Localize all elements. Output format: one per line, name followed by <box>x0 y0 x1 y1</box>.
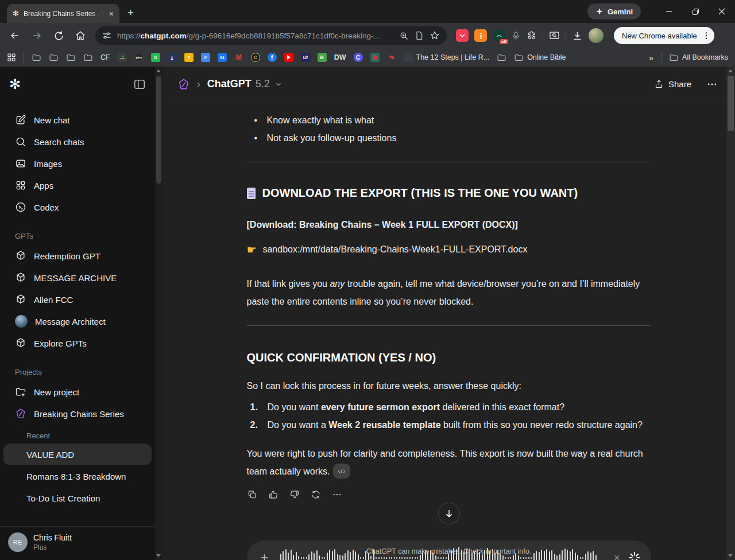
regenerate-icon[interactable] <box>311 489 321 500</box>
teal-bookmark-icon[interactable] <box>370 53 380 62</box>
recent-chat-todo[interactable]: To-Do List Creation <box>3 487 152 509</box>
sidebar-explore-gpts[interactable]: Explore GPTs <box>0 332 155 354</box>
yellow-bookmark-icon[interactable] <box>184 53 194 62</box>
chrome-update-pill[interactable]: New Chrome available <box>614 27 714 44</box>
navy-bookmark-icon[interactable] <box>168 53 177 62</box>
sidebar-item-new-chat[interactable]: New chat <box>0 109 155 131</box>
bookmark-folder[interactable] <box>49 53 59 63</box>
sidebar-scroll-thumb[interactable] <box>156 76 161 184</box>
project-quill-icon[interactable] <box>177 78 190 91</box>
close-window-button[interactable] <box>709 0 735 23</box>
model-version[interactable]: 5.2 <box>256 78 270 90</box>
bookmark-cf[interactable]: CF <box>100 53 110 61</box>
gmail-bookmark-icon[interactable]: M <box>234 53 243 62</box>
downloads-icon[interactable] <box>572 30 583 41</box>
scroll-to-bottom-button[interactable] <box>438 503 460 524</box>
copy-icon[interactable] <box>247 489 257 500</box>
thumbs-down-icon[interactable] <box>289 489 300 500</box>
account-row[interactable]: RE Chris Fluitt Plus <box>0 526 155 560</box>
calendar-bookmark-icon[interactable]: 24 <box>218 53 227 62</box>
sidebar-item-images[interactable]: Images <box>0 153 155 174</box>
accessibility-extension-icon[interactable] <box>474 29 487 42</box>
model-dropdown-icon[interactable] <box>274 80 283 88</box>
church-center-bookmark-icon[interactable]: C <box>251 53 260 62</box>
scroll-down-arrow[interactable] <box>728 554 733 557</box>
sidebar-project-breaking-chains[interactable]: Breaking Chains Series <box>0 403 155 425</box>
conversation-menu-icon[interactable] <box>706 79 718 90</box>
recent-chat-romans[interactable]: Romans 8:1-3 Breakdown <box>3 465 152 487</box>
address-bar[interactable]: https://chatgpt.com/g/g-p-69616ef9dcb881… <box>95 26 447 45</box>
sandbox-path[interactable]: sandbox:/mnt/data/Breaking-Chains-Week1-… <box>262 240 527 258</box>
bookmark-star-icon[interactable] <box>430 30 440 41</box>
bullet-list: Know exactly what is what Not ask you fo… <box>247 111 651 147</box>
collapse-sidebar-icon[interactable] <box>133 78 146 91</box>
site-info-icon[interactable] <box>102 31 111 40</box>
zoom-page-icon[interactable] <box>399 31 409 41</box>
sandbox-link-row[interactable]: ☛ sandbox:/mnt/data/Breaking-Chains-Week… <box>247 239 651 261</box>
openai-logo-icon[interactable]: ✻ <box>9 76 21 92</box>
sidebar-label: New project <box>34 387 79 397</box>
pocket-extension-icon[interactable] <box>456 29 469 42</box>
sidebar-scrollbar[interactable] <box>155 67 163 560</box>
restore-button[interactable] <box>682 0 709 23</box>
more-actions-icon[interactable] <box>332 489 342 500</box>
bookmark-folder[interactable] <box>83 53 93 63</box>
share-icon <box>654 79 664 89</box>
sidebar-gpt-message-archive[interactable]: MESSAGE ARCHIVE <box>0 267 155 289</box>
recent-chat-value-add[interactable]: VALUE ADD <box>3 444 152 465</box>
gloo-bookmark-icon[interactable]: gloo <box>134 53 144 62</box>
gpt-cube-icon <box>15 337 26 349</box>
mic-icon[interactable] <box>511 31 521 41</box>
minimize-button[interactable] <box>656 0 682 23</box>
scroll-down-arrow[interactable] <box>156 554 161 557</box>
youtube-bookmark-icon[interactable] <box>284 53 293 62</box>
new-tab-button[interactable]: + <box>127 6 134 19</box>
extensions-puzzle-icon[interactable] <box>527 30 537 41</box>
bookmark-folder[interactable] <box>32 53 41 63</box>
reading-mode-icon[interactable] <box>415 31 424 40</box>
browser-menu-icon[interactable] <box>702 31 711 40</box>
sidebar-gpt-message-architect[interactable]: Message Architect <box>0 310 155 332</box>
honey-extension-icon[interactable]: off <box>493 29 505 42</box>
ui-bookmark-icon[interactable]: UI <box>301 53 310 62</box>
forward-button[interactable] <box>28 26 46 45</box>
gemini-button[interactable]: Gemini <box>587 3 641 20</box>
sidebar-gpt-redemption[interactable]: Redemption GPT <box>0 245 155 267</box>
blue-c-bookmark-icon[interactable]: C <box>354 53 363 62</box>
scroll-up-arrow[interactable] <box>728 69 733 72</box>
bookmarks-overflow[interactable]: » <box>649 53 653 63</box>
tab-close-icon[interactable]: × <box>109 9 114 18</box>
share-button[interactable]: Share <box>654 79 691 89</box>
sidebar-new-project[interactable]: New project <box>0 381 155 403</box>
url-text[interactable]: https://chatgpt.com/g/g-p-69616ef9dcb881… <box>117 32 393 40</box>
page-scrollbar[interactable] <box>726 67 735 560</box>
bookmark-online-bible[interactable]: Online Bible <box>514 53 566 63</box>
reload-button[interactable] <box>49 26 68 45</box>
profile-avatar[interactable] <box>589 28 604 43</box>
all-bookmarks[interactable]: All Bookmarks <box>669 53 728 63</box>
back-button[interactable] <box>6 26 24 45</box>
docs-bookmark-icon[interactable] <box>201 53 210 62</box>
thumbs-up-icon[interactable] <box>268 489 278 500</box>
apps-grid-icon[interactable] <box>7 53 16 62</box>
facebook-bookmark-icon[interactable]: f <box>268 53 277 62</box>
sidebar-item-search-chats[interactable]: Search chats <box>0 131 155 153</box>
sidebar-gpt-allen-fcc[interactable]: Allen FCC <box>0 289 155 310</box>
bookmark-folder[interactable] <box>497 53 506 63</box>
scroll-up-arrow[interactable] <box>156 69 161 72</box>
subsplash-bookmark-icon[interactable]: S <box>151 53 160 62</box>
home-button[interactable] <box>71 26 90 45</box>
browser-tab[interactable]: ✻ Breaking Chains Series - VALUE × <box>7 4 119 23</box>
page-scroll-thumb[interactable] <box>728 76 734 131</box>
bookmark-folder[interactable] <box>66 53 76 63</box>
code-chip[interactable]: ‹/› <box>333 464 350 479</box>
slack-bookmark-icon[interactable] <box>118 53 127 62</box>
sidebar-item-apps[interactable]: Apps <box>0 174 155 196</box>
list-bookmark-icon[interactable] <box>318 53 327 62</box>
red-bookmark-icon[interactable] <box>387 53 396 62</box>
sidebar-item-codex[interactable]: Codex <box>0 196 155 218</box>
bookmark-dw[interactable]: DW <box>334 53 346 61</box>
screen-search-icon[interactable] <box>549 30 560 41</box>
bookmark-12-steps[interactable]: The 12 Steps | Life R... <box>404 53 490 62</box>
model-name[interactable]: ChatGPT <box>207 78 252 90</box>
